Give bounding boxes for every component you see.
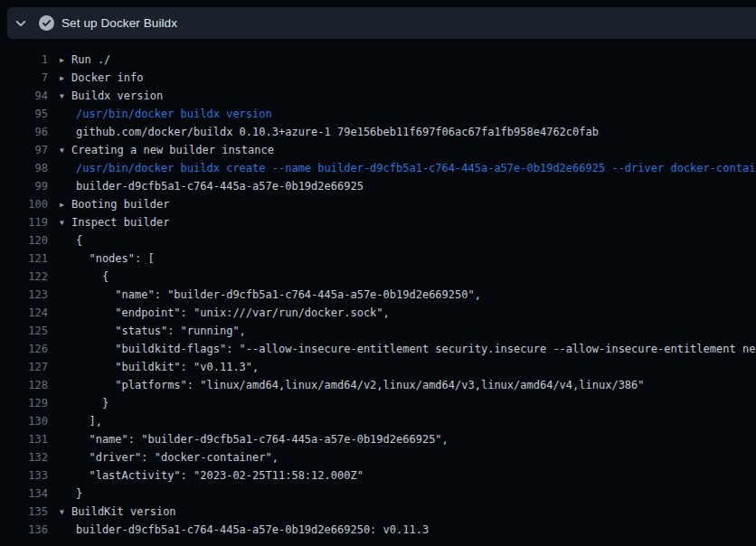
log-output-text: builder-d9cfb5a1-c764-445a-a57e-0b19d2e6… xyxy=(60,177,364,195)
log-group-row: 100▶Booting builder xyxy=(0,195,756,213)
line-number[interactable]: 100 xyxy=(0,195,48,213)
line-number[interactable]: 99 xyxy=(0,177,48,195)
line-number[interactable]: 127 xyxy=(0,358,48,376)
group-title: Buildx version xyxy=(71,89,163,102)
log-command-text: /usr/bin/docker buildx create --name bui… xyxy=(60,159,756,177)
log-group-row: 1▶Run ./ xyxy=(0,51,756,69)
line-number[interactable]: 131 xyxy=(0,430,48,448)
log-group-row: 135▼BuildKit version xyxy=(0,503,756,521)
log-output-text: "lastActivity": "2023-02-25T11:58:12.000… xyxy=(60,466,364,485)
line-number[interactable]: 133 xyxy=(0,466,48,485)
triangle-down-icon[interactable]: ▼ xyxy=(60,214,71,231)
line-number[interactable]: 7 xyxy=(0,69,48,87)
log-output-text: "driver": "docker-container", xyxy=(60,448,279,466)
line-number[interactable]: 121 xyxy=(0,249,48,268)
triangle-right-icon[interactable]: ▶ xyxy=(60,70,71,87)
step-header[interactable]: Set up Docker Buildx xyxy=(7,7,756,39)
group-title: Docker info xyxy=(71,71,143,84)
line-number[interactable]: 119 xyxy=(0,213,48,231)
line-number[interactable]: 98 xyxy=(0,159,48,177)
group-title: Run ./ xyxy=(71,53,110,66)
line-number[interactable]: 129 xyxy=(0,394,48,412)
log-output-text: "name": "builder-d9cfb5a1-c764-445a-a57e… xyxy=(60,286,481,304)
triangle-down-icon[interactable]: ▼ xyxy=(60,504,71,521)
log-line-row: 127 "buildkit": "v0.11.3", xyxy=(0,358,756,376)
log-line-row: 95/usr/bin/docker buildx version xyxy=(0,105,756,123)
log-group-row: 119▼Inspect builder xyxy=(0,213,756,231)
log-line-row: 123 "name": "builder-d9cfb5a1-c764-445a-… xyxy=(0,286,756,304)
line-number[interactable]: 120 xyxy=(0,231,48,249)
log-group-toggle[interactable]: ▼Creating a new builder instance xyxy=(60,141,274,159)
log-output-text: { xyxy=(60,231,82,249)
triangle-right-icon[interactable]: ▶ xyxy=(60,52,71,69)
line-number[interactable]: 130 xyxy=(0,412,48,430)
line-number[interactable]: 128 xyxy=(0,376,48,394)
log-output-text: } xyxy=(60,394,109,412)
line-number[interactable]: 1 xyxy=(0,51,48,69)
check-circle-icon xyxy=(34,7,58,39)
log-line-row: 136builder-d9cfb5a1-c764-445a-a57e-0b19d… xyxy=(0,521,756,539)
log-line-row: 120{ xyxy=(0,231,756,249)
log-output-text: { xyxy=(60,268,109,286)
log-group-row: 94▼Buildx version xyxy=(0,87,756,105)
log-line-row: 131 "name": "builder-d9cfb5a1-c764-445a-… xyxy=(0,430,756,448)
triangle-down-icon[interactable]: ▼ xyxy=(60,88,71,105)
line-number[interactable]: 132 xyxy=(0,448,48,466)
line-number[interactable]: 94 xyxy=(0,87,48,105)
log-line-row: 134} xyxy=(0,485,756,503)
line-number[interactable]: 122 xyxy=(0,268,48,286)
group-title: Inspect builder xyxy=(71,216,169,229)
log-command-text: /usr/bin/docker buildx version xyxy=(60,105,272,123)
line-number[interactable]: 135 xyxy=(0,503,48,521)
line-number[interactable]: 136 xyxy=(0,521,48,539)
log-line-row: 132 "driver": "docker-container", xyxy=(0,448,756,466)
log-group-toggle[interactable]: ▶Booting builder xyxy=(60,195,169,213)
log-line-row: 96github.com/docker/buildx 0.10.3+azure-… xyxy=(0,123,756,141)
log-output-text: "status": "running", xyxy=(60,322,246,340)
log-output-text: "buildkit": "v0.11.3", xyxy=(60,358,259,376)
log-output-text: builder-d9cfb5a1-c764-445a-a57e-0b19d2e6… xyxy=(60,521,429,539)
log-output-text: ], xyxy=(60,412,102,430)
log-output-text: "platforms": "linux/amd64,linux/amd64/v2… xyxy=(60,376,645,394)
log-group-toggle[interactable]: ▼BuildKit version xyxy=(60,503,176,521)
line-number[interactable]: 124 xyxy=(0,304,48,322)
log-line-row: 133 "lastActivity": "2023-02-25T11:58:12… xyxy=(0,466,756,485)
triangle-down-icon[interactable]: ▼ xyxy=(60,142,71,159)
log-line-row: 99builder-d9cfb5a1-c764-445a-a57e-0b19d2… xyxy=(0,177,756,195)
log-viewer: 1▶Run ./7▶Docker info94▼Buildx version95… xyxy=(0,51,756,539)
group-title: Creating a new builder instance xyxy=(71,144,274,156)
line-number[interactable]: 126 xyxy=(0,340,48,358)
chevron-down-icon[interactable] xyxy=(7,7,34,39)
log-group-toggle[interactable]: ▼Buildx version xyxy=(60,87,163,105)
log-group-toggle[interactable]: ▶Run ./ xyxy=(60,51,110,69)
log-line-row: 124 "endpoint": "unix:///var/run/docker.… xyxy=(0,304,756,322)
line-number[interactable]: 95 xyxy=(0,105,48,123)
log-line-row: 130 ], xyxy=(0,412,756,430)
log-group-toggle[interactable]: ▶Docker info xyxy=(60,69,143,87)
log-output-text: github.com/docker/buildx 0.10.3+azure-1 … xyxy=(60,123,599,141)
line-number[interactable]: 123 xyxy=(0,286,48,304)
log-group-row: 97▼Creating a new builder instance xyxy=(0,141,756,159)
log-output-text: "endpoint": "unix:///var/run/docker.sock… xyxy=(60,304,390,322)
log-line-row: 125 "status": "running", xyxy=(0,322,756,340)
log-output-text: "buildkitd-flags": "--allow-insecure-ent… xyxy=(60,340,756,358)
log-line-row: 98/usr/bin/docker buildx create --name b… xyxy=(0,159,756,177)
line-number[interactable]: 125 xyxy=(0,322,48,340)
log-line-row: 122 { xyxy=(0,268,756,286)
log-line-row: 126 "buildkitd-flags": "--allow-insecure… xyxy=(0,340,756,358)
log-output-text: "nodes": [ xyxy=(60,249,155,268)
group-title: Booting builder xyxy=(71,198,169,211)
line-number[interactable]: 96 xyxy=(0,123,48,141)
line-number[interactable]: 97 xyxy=(0,141,48,159)
log-group-row: 7▶Docker info xyxy=(0,69,756,87)
log-line-row: 128 "platforms": "linux/amd64,linux/amd6… xyxy=(0,376,756,394)
log-line-row: 129 } xyxy=(0,394,756,412)
step-title: Set up Docker Buildx xyxy=(61,16,177,30)
triangle-right-icon[interactable]: ▶ xyxy=(60,196,71,213)
log-line-row: 121 "nodes": [ xyxy=(0,249,756,268)
log-group-toggle[interactable]: ▼Inspect builder xyxy=(60,213,169,231)
log-output-text: } xyxy=(60,485,82,503)
group-title: BuildKit version xyxy=(71,505,176,518)
line-number[interactable]: 134 xyxy=(0,485,48,503)
log-output-text: "name": "builder-d9cfb5a1-c764-445a-a57e… xyxy=(60,430,449,448)
